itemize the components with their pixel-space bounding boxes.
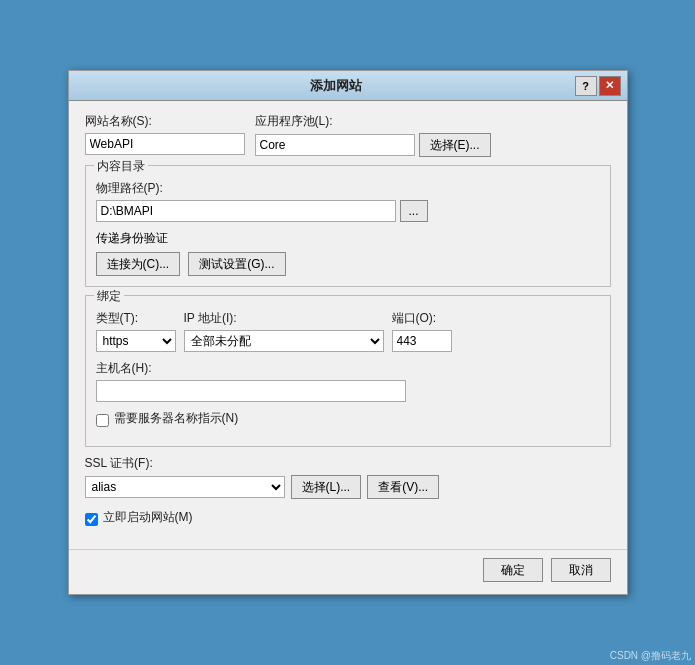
pass-auth-label: 传递身份验证 bbox=[96, 230, 600, 247]
dialog-body: 网站名称(S): 应用程序池(L): 选择(E)... 内容目录 物理路径(P)… bbox=[69, 101, 627, 545]
title-bar: 添加网站 ? ✕ bbox=[69, 71, 627, 101]
app-pool-col: 应用程序池(L): 选择(E)... bbox=[255, 113, 491, 157]
physical-path-input[interactable] bbox=[96, 200, 396, 222]
binding-section: 绑定 类型(T): https http IP 地址(I): bbox=[85, 295, 611, 447]
hostname-col: 主机名(H): bbox=[96, 360, 600, 402]
type-select[interactable]: https http bbox=[96, 330, 176, 352]
start-site-label: 立即启动网站(M) bbox=[103, 509, 193, 526]
ok-button[interactable]: 确定 bbox=[483, 558, 543, 582]
start-site-row: 立即启动网站(M) bbox=[85, 509, 611, 529]
binding-section-label: 绑定 bbox=[94, 288, 124, 305]
content-dir-group-label: 内容目录 bbox=[94, 158, 148, 175]
ssl-view-button[interactable]: 查看(V)... bbox=[367, 475, 439, 499]
select-pool-button[interactable]: 选择(E)... bbox=[419, 133, 491, 157]
cancel-button[interactable]: 取消 bbox=[551, 558, 611, 582]
hostname-label: 主机名(H): bbox=[96, 360, 600, 377]
ip-label: IP 地址(I): bbox=[184, 310, 384, 327]
type-label: 类型(T): bbox=[96, 310, 176, 327]
content-dir-group: 内容目录 物理路径(P): ... 传递身份验证 连接为(C)... 测试设置(… bbox=[85, 165, 611, 287]
app-pool-label: 应用程序池(L): bbox=[255, 113, 491, 130]
connect-as-button[interactable]: 连接为(C)... bbox=[96, 252, 181, 276]
ip-select[interactable]: 全部未分配 bbox=[184, 330, 384, 352]
browse-button[interactable]: ... bbox=[400, 200, 428, 222]
dialog-title: 添加网站 bbox=[97, 77, 575, 95]
binding-row: 类型(T): https http IP 地址(I): 全部未分配 bbox=[96, 310, 600, 352]
help-button[interactable]: ? bbox=[575, 76, 597, 96]
sni-row: 需要服务器名称指示(N) bbox=[96, 410, 600, 430]
site-name-col: 网站名称(S): bbox=[85, 113, 245, 155]
type-col: 类型(T): https http bbox=[96, 310, 176, 352]
sni-label: 需要服务器名称指示(N) bbox=[114, 410, 239, 427]
title-bar-buttons: ? ✕ bbox=[575, 76, 621, 96]
app-pool-input[interactable] bbox=[255, 134, 415, 156]
sni-checkbox[interactable] bbox=[96, 414, 109, 427]
test-settings-button[interactable]: 测试设置(G)... bbox=[188, 252, 285, 276]
site-name-apppool-row: 网站名称(S): 应用程序池(L): 选择(E)... bbox=[85, 113, 611, 157]
port-input[interactable] bbox=[392, 330, 452, 352]
watermark: CSDN @撸码老九 bbox=[610, 649, 691, 663]
add-website-dialog: 添加网站 ? ✕ 网站名称(S): 应用程序池(L): 选择(E)... 内容目… bbox=[68, 70, 628, 595]
site-name-label: 网站名称(S): bbox=[85, 113, 245, 130]
ip-col: IP 地址(I): 全部未分配 bbox=[184, 310, 384, 352]
hostname-input[interactable] bbox=[96, 380, 406, 402]
physical-path-section: 物理路径(P): ... bbox=[96, 180, 600, 222]
physical-path-label: 物理路径(P): bbox=[96, 181, 163, 195]
port-col: 端口(O): bbox=[392, 310, 452, 352]
ssl-section: SSL 证书(F): alias 选择(L)... 查看(V)... bbox=[85, 455, 611, 499]
ssl-select[interactable]: alias bbox=[85, 476, 285, 498]
close-button[interactable]: ✕ bbox=[599, 76, 621, 96]
port-label: 端口(O): bbox=[392, 310, 452, 327]
pass-auth-section: 传递身份验证 连接为(C)... 测试设置(G)... bbox=[96, 230, 600, 276]
start-site-checkbox[interactable] bbox=[85, 513, 98, 526]
site-name-input[interactable] bbox=[85, 133, 245, 155]
ssl-select-button[interactable]: 选择(L)... bbox=[291, 475, 362, 499]
footer-buttons: 确定 取消 bbox=[69, 549, 627, 594]
ssl-label: SSL 证书(F): bbox=[85, 456, 153, 470]
